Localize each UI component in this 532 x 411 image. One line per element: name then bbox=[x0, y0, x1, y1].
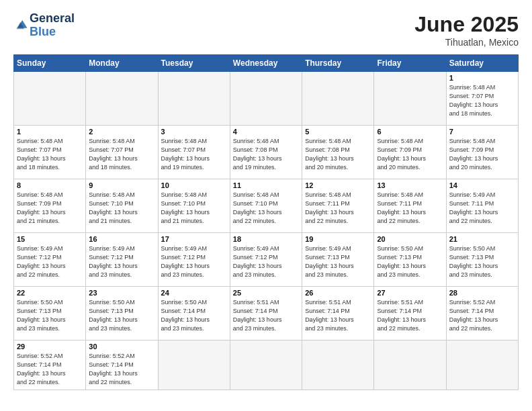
table-row: 12Sunrise: 5:48 AMSunset: 7:11 PMDayligh… bbox=[302, 179, 374, 233]
table-row: 2Sunrise: 5:48 AMSunset: 7:07 PMDaylight… bbox=[86, 126, 158, 179]
table-row bbox=[446, 340, 518, 390]
table-row bbox=[230, 72, 302, 126]
table-row: 22Sunrise: 5:50 AMSunset: 7:13 PMDayligh… bbox=[14, 287, 86, 340]
day-info: Sunrise: 5:48 AMSunset: 7:07 PMDaylight:… bbox=[449, 83, 515, 118]
table-row bbox=[374, 72, 446, 126]
table-row bbox=[158, 72, 230, 126]
col-friday: Friday bbox=[374, 55, 446, 72]
table-row bbox=[374, 340, 446, 390]
table-row: 1Sunrise: 5:48 AMSunset: 7:07 PMDaylight… bbox=[446, 72, 518, 126]
day-info: Sunrise: 5:50 AMSunset: 7:13 PMDaylight:… bbox=[377, 244, 443, 279]
table-row: 7Sunrise: 5:48 AMSunset: 7:09 PMDaylight… bbox=[446, 126, 518, 179]
day-info: Sunrise: 5:48 AMSunset: 7:07 PMDaylight:… bbox=[17, 137, 83, 172]
day-number: 11 bbox=[233, 181, 299, 189]
day-number: 13 bbox=[377, 181, 443, 189]
day-info: Sunrise: 5:50 AMSunset: 7:13 PMDaylight:… bbox=[449, 244, 515, 279]
day-info: Sunrise: 5:48 AMSunset: 7:09 PMDaylight:… bbox=[449, 137, 515, 172]
table-row: 17Sunrise: 5:49 AMSunset: 7:12 PMDayligh… bbox=[158, 233, 230, 287]
col-monday: Monday bbox=[86, 55, 158, 72]
day-info: Sunrise: 5:52 AMSunset: 7:14 PMDaylight:… bbox=[89, 352, 154, 387]
calendar-week-row: 8Sunrise: 5:48 AMSunset: 7:09 PMDaylight… bbox=[14, 179, 519, 233]
table-row: 9Sunrise: 5:48 AMSunset: 7:10 PMDaylight… bbox=[86, 179, 158, 233]
calendar-week-row: 29Sunrise: 5:52 AMSunset: 7:14 PMDayligh… bbox=[14, 340, 519, 390]
title-block: June 2025 Tihuatlan, Mexico bbox=[414, 12, 519, 48]
day-number: 8 bbox=[17, 181, 83, 189]
day-number: 27 bbox=[377, 289, 443, 297]
day-info: Sunrise: 5:48 AMSunset: 7:09 PMDaylight:… bbox=[17, 191, 83, 226]
col-saturday: Saturday bbox=[446, 55, 518, 72]
day-number: 30 bbox=[89, 342, 154, 351]
header: General Blue June 2025 Tihuatlan, Mexico bbox=[13, 12, 519, 48]
day-info: Sunrise: 5:48 AMSunset: 7:10 PMDaylight:… bbox=[233, 191, 299, 226]
month-title: June 2025 bbox=[414, 12, 519, 37]
day-number: 3 bbox=[161, 128, 227, 136]
day-number: 12 bbox=[305, 181, 371, 189]
table-row: 13Sunrise: 5:48 AMSunset: 7:11 PMDayligh… bbox=[374, 179, 446, 233]
table-row: 18Sunrise: 5:49 AMSunset: 7:12 PMDayligh… bbox=[230, 233, 302, 287]
table-row bbox=[14, 72, 86, 126]
day-number: 17 bbox=[161, 235, 227, 243]
day-number: 15 bbox=[17, 235, 83, 243]
logo: General Blue bbox=[13, 12, 75, 39]
table-row: 8Sunrise: 5:48 AMSunset: 7:09 PMDaylight… bbox=[14, 179, 86, 233]
day-number: 22 bbox=[17, 289, 83, 297]
calendar-header-row: Sunday Monday Tuesday Wednesday Thursday… bbox=[14, 55, 519, 72]
table-row: 26Sunrise: 5:51 AMSunset: 7:14 PMDayligh… bbox=[302, 287, 374, 340]
day-number: 4 bbox=[233, 128, 299, 136]
table-row: 29Sunrise: 5:52 AMSunset: 7:14 PMDayligh… bbox=[14, 340, 86, 390]
table-row bbox=[302, 340, 374, 390]
day-info: Sunrise: 5:50 AMSunset: 7:14 PMDaylight:… bbox=[161, 298, 227, 333]
day-number: 26 bbox=[305, 289, 371, 297]
table-row: 21Sunrise: 5:50 AMSunset: 7:13 PMDayligh… bbox=[446, 233, 518, 287]
day-info: Sunrise: 5:51 AMSunset: 7:14 PMDaylight:… bbox=[377, 298, 443, 333]
calendar-body: 1Sunrise: 5:48 AMSunset: 7:07 PMDaylight… bbox=[14, 72, 519, 390]
table-row: 19Sunrise: 5:49 AMSunset: 7:13 PMDayligh… bbox=[302, 233, 374, 287]
calendar-week-row: 1Sunrise: 5:48 AMSunset: 7:07 PMDaylight… bbox=[14, 126, 519, 179]
day-number: 23 bbox=[89, 289, 154, 297]
table-row: 28Sunrise: 5:52 AMSunset: 7:14 PMDayligh… bbox=[446, 287, 518, 340]
location: Tihuatlan, Mexico bbox=[414, 37, 519, 48]
day-number: 18 bbox=[233, 235, 299, 243]
day-info: Sunrise: 5:48 AMSunset: 7:11 PMDaylight:… bbox=[377, 191, 443, 226]
day-info: Sunrise: 5:48 AMSunset: 7:08 PMDaylight:… bbox=[305, 137, 371, 172]
col-tuesday: Tuesday bbox=[158, 55, 230, 72]
day-info: Sunrise: 5:50 AMSunset: 7:13 PMDaylight:… bbox=[17, 298, 83, 333]
table-row: 5Sunrise: 5:48 AMSunset: 7:08 PMDaylight… bbox=[302, 126, 374, 179]
table-row: 1Sunrise: 5:48 AMSunset: 7:07 PMDaylight… bbox=[14, 126, 86, 179]
day-info: Sunrise: 5:48 AMSunset: 7:09 PMDaylight:… bbox=[377, 137, 443, 172]
table-row: 27Sunrise: 5:51 AMSunset: 7:14 PMDayligh… bbox=[374, 287, 446, 340]
day-number: 28 bbox=[449, 289, 515, 297]
day-number: 16 bbox=[89, 235, 154, 243]
day-info: Sunrise: 5:48 AMSunset: 7:11 PMDaylight:… bbox=[305, 191, 371, 226]
day-number: 20 bbox=[377, 235, 443, 243]
day-number: 21 bbox=[449, 235, 515, 243]
table-row bbox=[302, 72, 374, 126]
day-info: Sunrise: 5:48 AMSunset: 7:07 PMDaylight:… bbox=[161, 137, 227, 172]
day-info: Sunrise: 5:49 AMSunset: 7:12 PMDaylight:… bbox=[161, 244, 227, 279]
day-number: 7 bbox=[449, 128, 515, 136]
logo-icon bbox=[13, 18, 28, 33]
page: General Blue June 2025 Tihuatlan, Mexico… bbox=[0, 0, 532, 411]
day-info: Sunrise: 5:51 AMSunset: 7:14 PMDaylight:… bbox=[233, 298, 299, 333]
day-info: Sunrise: 5:48 AMSunset: 7:10 PMDaylight:… bbox=[161, 191, 227, 226]
logo-text: General Blue bbox=[30, 12, 75, 39]
day-number: 2 bbox=[89, 128, 154, 136]
col-sunday: Sunday bbox=[14, 55, 86, 72]
table-row: 25Sunrise: 5:51 AMSunset: 7:14 PMDayligh… bbox=[230, 287, 302, 340]
table-row: 11Sunrise: 5:48 AMSunset: 7:10 PMDayligh… bbox=[230, 179, 302, 233]
day-number: 19 bbox=[305, 235, 371, 243]
day-info: Sunrise: 5:51 AMSunset: 7:14 PMDaylight:… bbox=[305, 298, 371, 333]
day-info: Sunrise: 5:49 AMSunset: 7:13 PMDaylight:… bbox=[305, 244, 371, 279]
day-info: Sunrise: 5:49 AMSunset: 7:12 PMDaylight:… bbox=[17, 244, 83, 279]
day-number: 5 bbox=[305, 128, 371, 136]
calendar: Sunday Monday Tuesday Wednesday Thursday… bbox=[13, 54, 519, 390]
day-info: Sunrise: 5:50 AMSunset: 7:13 PMDaylight:… bbox=[89, 298, 154, 333]
calendar-week-row: 22Sunrise: 5:50 AMSunset: 7:13 PMDayligh… bbox=[14, 287, 519, 340]
day-info: Sunrise: 5:52 AMSunset: 7:14 PMDaylight:… bbox=[449, 298, 515, 333]
day-info: Sunrise: 5:48 AMSunset: 7:08 PMDaylight:… bbox=[233, 137, 299, 172]
calendar-week-row: 1Sunrise: 5:48 AMSunset: 7:07 PMDaylight… bbox=[14, 72, 519, 126]
table-row: 24Sunrise: 5:50 AMSunset: 7:14 PMDayligh… bbox=[158, 287, 230, 340]
table-row: 15Sunrise: 5:49 AMSunset: 7:12 PMDayligh… bbox=[14, 233, 86, 287]
table-row: 16Sunrise: 5:49 AMSunset: 7:12 PMDayligh… bbox=[86, 233, 158, 287]
table-row bbox=[86, 72, 158, 126]
